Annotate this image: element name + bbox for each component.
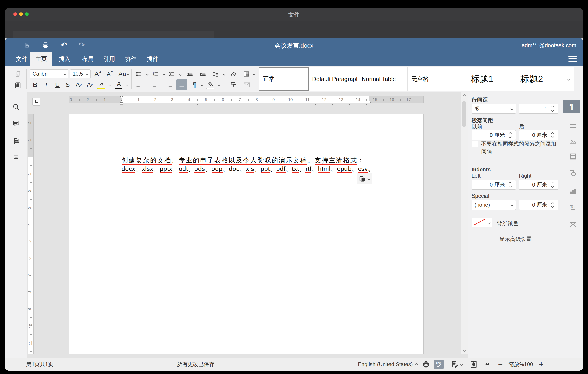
font-color-dropdown[interactable]	[124, 80, 130, 90]
align-right-button[interactable]	[164, 80, 174, 90]
numbered-list-dropdown[interactable]	[161, 69, 166, 79]
increase-font-button[interactable]: A▲	[93, 69, 103, 79]
zoom-in-button[interactable]: +	[539, 360, 544, 369]
image-settings-tab[interactable]	[568, 136, 578, 146]
bullet-list-button[interactable]	[134, 69, 144, 79]
style-item[interactable]: Normal Table	[358, 67, 408, 91]
style-item[interactable]: 标题1	[457, 67, 507, 91]
vertical-scrollbar[interactable]	[461, 92, 468, 354]
background-color-dropdown[interactable]	[486, 218, 492, 227]
style-item[interactable]: 标题2	[507, 67, 556, 91]
highlight-color-dropdown[interactable]	[107, 80, 113, 90]
font-color-button[interactable]: A	[114, 80, 124, 90]
subscript-button[interactable]: A2	[85, 80, 95, 90]
style-item[interactable]: 无空格	[408, 67, 457, 91]
paragraph-text[interactable]: 创建复杂的文档、专业的电子表格以及令人赞叹的演示文稿。支持主流格式： docx、…	[122, 156, 370, 173]
align-left-button[interactable]	[134, 80, 144, 90]
decrease-font-button[interactable]: A▼	[105, 69, 115, 79]
paste-button[interactable]	[12, 80, 23, 91]
clear-style-button[interactable]	[228, 69, 239, 79]
highlight-color-button[interactable]	[96, 80, 106, 90]
spellcheck-button[interactable]: ABC	[434, 360, 444, 369]
paragraph-marks-button[interactable]: ¶	[190, 80, 199, 90]
ribbon-tab-7[interactable]: 插件	[144, 52, 161, 66]
search-button[interactable]	[11, 102, 21, 112]
chat-button[interactable]	[11, 136, 21, 146]
shading-dropdown[interactable]	[216, 80, 221, 90]
no-space-same-style-checkbox[interactable]	[472, 141, 478, 147]
paragraph-marks-dropdown[interactable]	[199, 80, 204, 90]
paragraph-settings-tab[interactable]: ¶	[563, 99, 580, 113]
set-language-button[interactable]	[422, 361, 430, 368]
fit-width-button[interactable]	[484, 361, 491, 368]
ribbon-tab-1[interactable]: 文件	[13, 52, 30, 66]
line-spacing-select[interactable]: 多	[472, 104, 516, 114]
styles-gallery-expand-button[interactable]	[564, 67, 574, 91]
table-settings-tab[interactable]	[568, 120, 578, 130]
underline-button[interactable]: U	[53, 80, 62, 90]
bold-button[interactable]: B	[30, 80, 40, 90]
shape-settings-tab[interactable]	[568, 168, 578, 178]
indent-left-spinner[interactable]: 0 厘米	[472, 180, 516, 190]
first-line-indent-marker[interactable]	[120, 96, 123, 106]
style-item[interactable]: Default Paragraph	[308, 67, 358, 91]
comments-button[interactable]	[11, 119, 21, 128]
scroll-up-button[interactable]	[462, 93, 467, 98]
multilevel-list-dropdown[interactable]	[177, 69, 182, 79]
ribbon-tab-4[interactable]: 布局	[79, 52, 96, 66]
copy-style-button[interactable]	[228, 80, 239, 90]
vertical-scroll-thumb[interactable]	[462, 101, 466, 127]
italic-button[interactable]: I	[42, 80, 51, 90]
ribbon-tab-2[interactable]: 主页	[30, 52, 52, 66]
scroll-down-button[interactable]	[462, 348, 467, 353]
advanced-settings-link[interactable]: 显示高级设置	[468, 236, 563, 243]
paste-options-button[interactable]	[357, 173, 372, 184]
header-footer-settings-tab[interactable]	[568, 152, 578, 162]
background-color-button[interactable]	[472, 218, 492, 228]
numbered-list-button[interactable]: 123	[151, 69, 160, 79]
superscript-button[interactable]: A2	[74, 80, 84, 90]
special-amount-spinner[interactable]: 0 厘米	[519, 200, 558, 210]
mail-merge-button[interactable]	[241, 80, 252, 90]
bullet-list-dropdown[interactable]	[144, 69, 149, 79]
page-count[interactable]: 第1页共1页	[26, 358, 54, 371]
line-spacing-amount-spinner[interactable]: 1	[519, 104, 558, 114]
chart-settings-tab[interactable]	[568, 186, 578, 196]
strikethrough-button[interactable]: S	[63, 80, 72, 90]
style-item[interactable]: 正常	[259, 67, 308, 91]
horizontal-ruler[interactable]: 3211234567891011121314151617	[69, 96, 424, 103]
special-select[interactable]: (none)	[472, 200, 516, 210]
decrease-indent-button[interactable]	[185, 69, 195, 79]
font-name-combo[interactable]: Calibri	[30, 69, 68, 78]
borders-shading-dropdown[interactable]	[251, 69, 256, 79]
ribbon-tab-5[interactable]: 引用	[101, 52, 118, 66]
fit-page-button[interactable]	[470, 361, 477, 368]
zoom-out-button[interactable]: −	[498, 360, 503, 369]
ribbon-tab-3[interactable]: 插入	[56, 52, 73, 66]
document-page[interactable]: 创建复杂的文档、专业的电子表格以及令人赞叹的演示文稿。支持主流格式： docx、…	[69, 114, 424, 354]
change-case-button[interactable]: Aa	[117, 69, 131, 79]
multilevel-list-button[interactable]	[167, 69, 177, 79]
ribbon-tab-6[interactable]: 协作	[122, 52, 139, 66]
increase-indent-button[interactable]	[198, 69, 208, 79]
navigation-button[interactable]	[11, 152, 21, 162]
track-changes-button[interactable]	[451, 361, 459, 368]
vertical-ruler[interactable]: 211234567891011	[28, 114, 33, 354]
shading-button[interactable]	[206, 80, 215, 90]
spacing-after-spinner[interactable]: 0 厘米	[519, 130, 558, 140]
indent-right-spinner[interactable]: 0 厘米	[519, 180, 558, 190]
align-center-button[interactable]	[150, 80, 159, 90]
menu-hamburger-icon[interactable]	[568, 55, 577, 62]
spacing-before-spinner[interactable]: 0 厘米	[472, 130, 516, 140]
mail-merge-settings-tab[interactable]	[568, 220, 578, 230]
font-size-combo[interactable]: 10.5	[70, 69, 91, 78]
zoom-level[interactable]: 缩放%100	[508, 361, 533, 368]
copy-button[interactable]	[13, 69, 23, 79]
line-spacing-button[interactable]	[210, 69, 221, 79]
tab-stop-selector[interactable]	[32, 98, 40, 106]
right-indent-marker[interactable]	[368, 100, 371, 103]
textart-settings-tab[interactable]: Ta	[568, 203, 578, 213]
justify-button[interactable]	[177, 79, 187, 90]
borders-shading-button[interactable]	[241, 69, 251, 79]
language-selector[interactable]: English (United States)	[358, 361, 413, 367]
